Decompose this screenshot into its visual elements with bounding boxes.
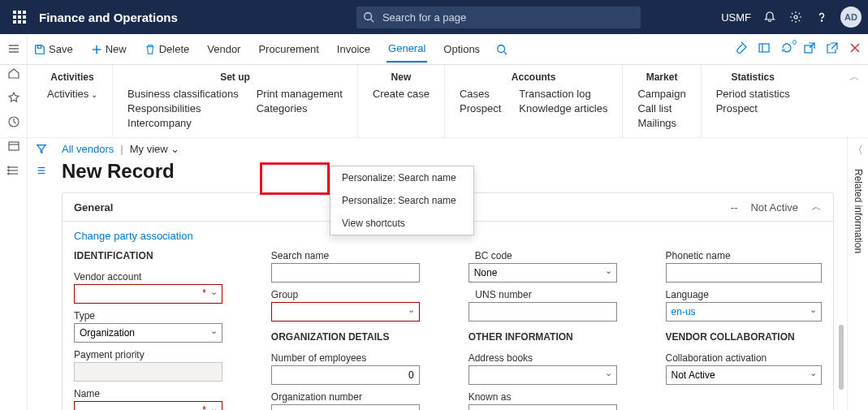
label-abc: ABC code <box>469 250 617 261</box>
top-bar: Finance and Operations USMF AD <box>0 0 868 34</box>
hamburger-icon[interactable] <box>7 42 20 55</box>
action-bar: Save New Delete Vendor Procurement Invoi… <box>0 34 868 65</box>
select-collab-activation[interactable] <box>666 365 822 385</box>
bell-icon[interactable] <box>762 10 777 24</box>
input-payment-priority[interactable] <box>74 362 222 382</box>
list-icon[interactable] <box>36 165 47 179</box>
ribbon-activities-link[interactable]: Activities <box>47 88 97 100</box>
ribbon-group-statistics: Statistics Period statistics Prospect <box>702 65 805 137</box>
ribbon-link-knowledge-articles[interactable]: Knowledge articles <box>519 102 607 114</box>
input-org-number[interactable] <box>271 404 420 410</box>
card-status: Not Active <box>750 201 798 214</box>
trash-icon <box>145 44 156 55</box>
input-vendor-account[interactable] <box>74 284 222 304</box>
ribbon-link-campaign[interactable]: Campaign <box>637 88 685 100</box>
ribbon-link-print-management[interactable]: Print management <box>257 88 343 100</box>
right-rail-label[interactable]: Related information <box>853 169 864 253</box>
new-label: New <box>106 43 127 55</box>
ribbon-link-prospect[interactable]: Prospect <box>460 102 501 114</box>
workspace-icon[interactable] <box>7 140 20 153</box>
plus-icon <box>91 44 102 55</box>
company-picker[interactable]: USMF <box>721 11 751 24</box>
select-group[interactable] <box>271 302 420 322</box>
scrollbar-thumb[interactable] <box>839 325 844 390</box>
select-type[interactable] <box>74 323 222 343</box>
save-button[interactable]: Save <box>32 38 75 60</box>
ribbon-link-transaction-log[interactable]: Transaction log <box>519 88 607 100</box>
input-known-as[interactable] <box>469 404 617 410</box>
input-name[interactable] <box>74 401 222 410</box>
svg-point-13 <box>7 166 9 168</box>
label-name: Name <box>74 388 222 399</box>
input-num-employees[interactable] <box>271 365 420 385</box>
tab-procurement[interactable]: Procurement <box>257 37 320 62</box>
card-title: General <box>74 201 113 214</box>
help-icon[interactable] <box>814 10 829 24</box>
close-icon[interactable] <box>849 41 862 57</box>
label-vendor-account: Vendor account <box>74 271 222 283</box>
select-address-books[interactable] <box>469 365 617 385</box>
label-search-name: Search name <box>271 250 420 261</box>
crumb-separator: | <box>120 143 123 155</box>
action-bar-right: 0 <box>735 41 862 57</box>
office-icon[interactable] <box>758 41 771 57</box>
app-launcher-icon[interactable] <box>6 4 32 30</box>
svg-rect-16 <box>37 45 41 48</box>
open-new-icon[interactable] <box>826 41 839 57</box>
modules-icon[interactable] <box>7 164 20 177</box>
tab-invoice[interactable]: Invoice <box>335 37 372 62</box>
col-abc-duns: ABC code DUNS number OTHER INFORMATION A… <box>469 250 617 410</box>
ribbon: Activities Activities Set up Business cl… <box>0 65 868 138</box>
input-duns[interactable] <box>469 302 617 322</box>
card-collapse-icon[interactable]: ︿ <box>811 200 822 214</box>
crumb-my-view[interactable]: My view ⌄ <box>130 143 180 155</box>
input-search-name[interactable] <box>271 263 420 283</box>
select-abc-code[interactable] <box>469 263 617 283</box>
action-search-icon[interactable] <box>496 44 507 55</box>
refresh-icon[interactable]: 0 <box>780 41 793 57</box>
ribbon-link-business-classifications[interactable]: Business classifications <box>127 88 239 100</box>
filter-icon[interactable] <box>36 143 47 157</box>
delete-button[interactable]: Delete <box>143 38 192 60</box>
label-language: Language <box>666 289 822 300</box>
attach-icon[interactable] <box>735 41 748 57</box>
new-button[interactable]: New <box>89 38 128 60</box>
ribbon-title-new: New <box>373 71 430 83</box>
ribbon-link-period-statistics[interactable]: Period statistics <box>716 88 790 100</box>
ribbon-link-mailings[interactable]: Mailings <box>637 117 685 129</box>
ribbon-link-call-list[interactable]: Call list <box>637 102 685 114</box>
ctx-personalize-1[interactable]: Personalize: Search name <box>330 166 473 189</box>
ctx-view-shortcuts[interactable]: View shortcuts <box>330 212 473 235</box>
form-grid: IDENTIFICATION Vendor account * Type Pay… <box>74 250 822 410</box>
tab-general[interactable]: General <box>386 36 427 63</box>
app-title: Finance and Operations <box>39 11 178 24</box>
svg-point-15 <box>7 173 9 175</box>
breadcrumb: All vendors | My view ⌄ <box>62 143 834 155</box>
popout-icon[interactable] <box>803 41 816 57</box>
right-rail-expand-icon[interactable]: 〈 <box>853 143 863 158</box>
gear-icon[interactable] <box>788 10 803 24</box>
ribbon-link-intercompany[interactable]: Intercompany <box>127 117 239 129</box>
ctx-personalize-2[interactable]: Personalize: Search name <box>330 189 473 212</box>
tab-options[interactable]: Options <box>442 37 482 62</box>
svg-point-2 <box>794 15 797 19</box>
avatar[interactable]: AD <box>840 6 862 28</box>
svg-point-19 <box>498 45 505 52</box>
ribbon-link-cases[interactable]: Cases <box>460 88 501 100</box>
ribbon-group-new: New Create case <box>358 65 445 137</box>
ribbon-link-responsibilities[interactable]: Responsibilities <box>127 102 239 114</box>
change-party-link[interactable]: Change party association <box>74 230 193 242</box>
crumb-all-vendors[interactable]: All vendors <box>62 143 114 155</box>
ribbon-link-create-case[interactable]: Create case <box>373 88 430 100</box>
label-org-number: Organization number <box>271 391 420 403</box>
label-phonetic: Phonetic name <box>666 250 822 261</box>
ribbon-group-activities: Activities Activities <box>32 65 113 137</box>
tab-vendor[interactable]: Vendor <box>205 37 242 62</box>
ribbon-collapse-icon[interactable]: ︿ <box>849 70 860 84</box>
select-language[interactable] <box>666 302 822 322</box>
global-search-input[interactable] <box>356 6 641 28</box>
input-phonetic[interactable] <box>666 263 822 283</box>
ribbon-link-stat-prospect[interactable]: Prospect <box>716 102 790 114</box>
save-label: Save <box>49 43 73 55</box>
ribbon-link-categories[interactable]: Categories <box>257 102 343 114</box>
